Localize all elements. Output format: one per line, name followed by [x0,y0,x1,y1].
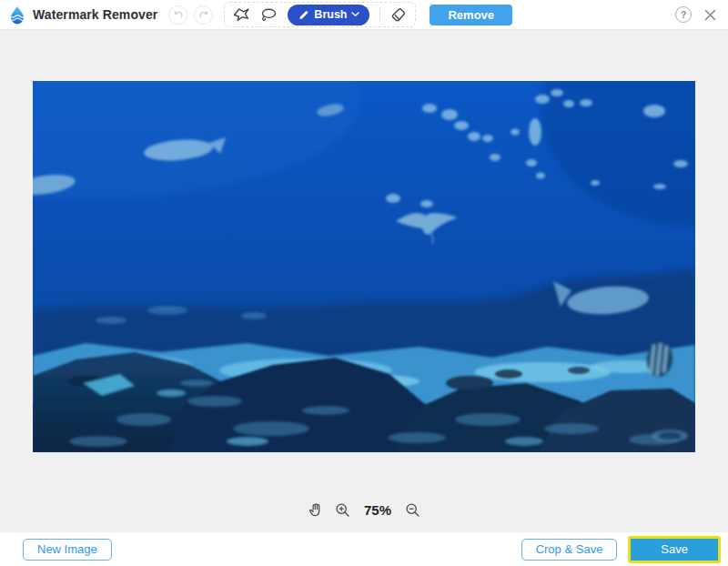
brush-dropdown-button[interactable]: Brush [288,5,369,25]
underwater-image [33,81,695,452]
lasso-icon [260,7,278,22]
work-area: 75% [0,30,728,532]
window-controls: ? [675,6,717,23]
zoom-level-label: 75% [364,502,391,518]
selection-tool-group: Brush [224,2,416,27]
close-button[interactable] [703,8,717,22]
help-icon: ? [681,9,687,20]
save-button[interactable]: Save [631,539,718,561]
undo-button[interactable] [168,5,187,25]
top-toolbar: Watermark Remover [0,0,728,30]
lasso-button[interactable] [260,7,278,22]
footer-right-group: Crop & Save Save [521,536,721,563]
eraser-icon [390,7,407,23]
close-icon [703,8,717,22]
tool-divider [379,7,380,22]
image-canvas[interactable] [33,81,695,452]
zoom-out-button[interactable] [405,502,420,518]
app-window: Watermark Remover [0,0,728,566]
polygon-lasso-icon [233,6,250,23]
zoom-in-button[interactable] [335,502,350,518]
brush-pen-icon [298,9,309,21]
remove-button[interactable]: Remove [430,5,512,25]
zoom-controls: 75% [0,502,728,518]
pan-hand-button[interactable] [308,502,323,518]
bottom-bar: New Image Crop & Save Save [0,532,728,566]
brush-label: Brush [314,8,347,21]
brand: Watermark Remover [7,5,157,25]
eraser-button[interactable] [390,7,407,23]
undo-icon [173,9,184,20]
new-image-button[interactable]: New Image [23,539,112,561]
crop-save-button[interactable]: Crop & Save [521,539,618,561]
polygon-lasso-button[interactable] [233,6,250,23]
history-controls [168,5,213,25]
save-highlight-annotation: Save [628,536,721,563]
hand-icon [308,502,323,518]
zoom-in-icon [335,502,350,518]
zoom-out-icon [405,502,420,518]
redo-button[interactable] [194,5,213,25]
redo-icon [198,9,209,20]
help-button[interactable]: ? [675,6,692,23]
water-drop-logo-icon [7,5,27,25]
app-title: Watermark Remover [33,7,157,22]
chevron-down-icon [351,12,359,17]
